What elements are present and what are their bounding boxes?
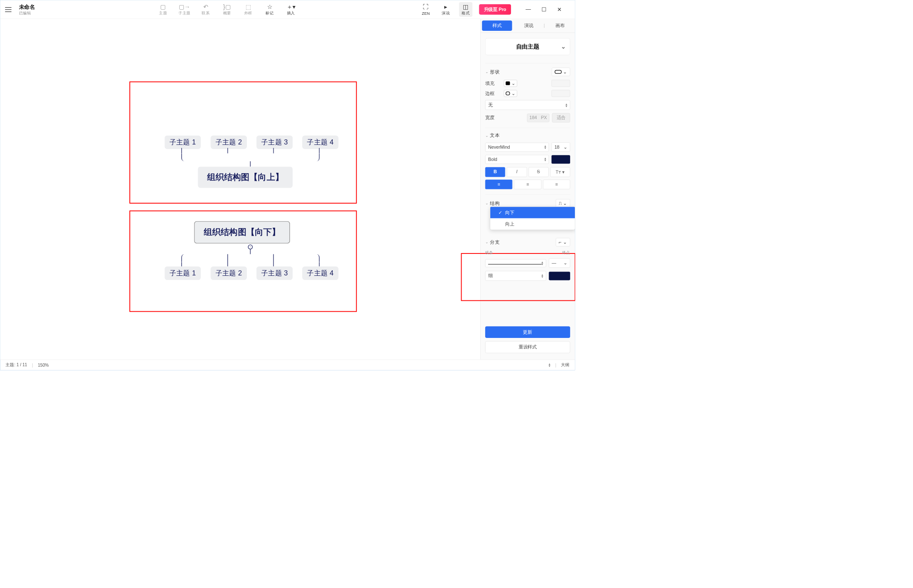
subtopic-node[interactable]: 子主题 3 <box>257 136 292 149</box>
border-color-swatch[interactable] <box>552 90 570 97</box>
play-icon: ▸ <box>444 3 447 11</box>
chevron-down-icon: ⌄ <box>485 133 489 138</box>
font-size-select[interactable]: 18⌄ <box>552 142 570 152</box>
tab-canvas[interactable]: 画布 <box>545 19 575 33</box>
text-color-swatch[interactable] <box>552 155 570 163</box>
line-end-select[interactable]: —⌄ <box>549 259 570 268</box>
subtopic-node[interactable]: 子主题 3 <box>257 267 292 280</box>
updown-icon: ▴▾ <box>541 261 543 265</box>
check-icon: ✓ <box>498 210 503 215</box>
subtopic-node[interactable]: 子主题 2 <box>210 267 246 280</box>
border-label: 边框 <box>485 90 501 96</box>
line-color-swatch[interactable] <box>549 272 570 280</box>
font-weight-select[interactable]: Bold▴▾ <box>485 155 549 164</box>
topic-icon: ▢ <box>160 3 166 11</box>
fit-button[interactable]: 适合 <box>552 113 570 122</box>
chevron-down-icon: ⌄ <box>563 239 567 245</box>
subtopic-node[interactable]: 子主题 4 <box>302 267 338 280</box>
update-button[interactable]: 更新 <box>485 326 570 338</box>
width-input[interactable]: 184PX <box>527 114 549 122</box>
main-toolbar: ▢主题 ▢→子主题 ↶联系 }▢概要 ⬚外框 ☆标记 ＋▾插入 <box>35 3 419 16</box>
font-family-select[interactable]: NeverMind▴▾ <box>485 142 549 151</box>
outline-button[interactable]: 大纲 <box>561 362 569 368</box>
shape-icon <box>555 70 561 74</box>
branch-style-select[interactable]: ⌐⌄ <box>556 238 570 246</box>
tool-marker[interactable]: ☆标记 <box>263 3 276 16</box>
hamburger-icon <box>5 7 11 12</box>
titlebar: 未命名 已编辑 ▢主题 ▢→子主题 ↶联系 }▢概要 ⬚外框 ☆标记 ＋▾插入 … <box>0 0 575 19</box>
bold-button[interactable]: B <box>485 167 505 177</box>
tool-subtopic[interactable]: ▢→子主题 <box>178 3 191 16</box>
document-status: 已编辑 <box>19 11 35 16</box>
star-icon: ☆ <box>267 3 273 11</box>
chevron-down-icon: ⌄ <box>485 70 489 74</box>
width-label: 宽度 <box>485 115 501 121</box>
section-text-title: 文本 <box>490 132 500 139</box>
updown-icon: ▴▾ <box>566 103 567 107</box>
fill-color-select[interactable]: ⌄ <box>504 80 517 87</box>
align-left-button[interactable]: ≡ <box>485 180 512 189</box>
main-topic-downward[interactable]: 组织结构图【向下】 <box>194 221 290 244</box>
branch-icon: ⌐ <box>559 240 562 245</box>
align-right-button[interactable]: ≡ <box>543 180 570 189</box>
zoom-stepper[interactable]: ▴▾ <box>549 363 550 367</box>
topic-type-select[interactable]: 自由主题 ⌄ <box>485 38 570 55</box>
shape-style-select[interactable]: ⌄ <box>552 68 570 76</box>
tool-boundary[interactable]: ⬚外框 <box>242 3 255 16</box>
format-icon: ◫ <box>463 3 468 11</box>
format-button[interactable]: ◫格式 <box>459 2 473 17</box>
chevron-down-icon: ⌄ <box>561 43 566 50</box>
main-topic-upward[interactable]: 组织结构图【向上】 <box>198 166 292 188</box>
align-center-button[interactable]: ≡ <box>514 180 541 189</box>
format-panel: 样式 演说 | 画布 自由主题 ⌄ ⌄形状 ⌄ 填充 ⌄ <box>480 19 575 359</box>
subtopic-node[interactable]: 子主题 1 <box>164 267 200 280</box>
line-style-select[interactable]: ▴▾ <box>485 259 546 267</box>
subtopic-node[interactable]: 子主题 2 <box>210 136 246 149</box>
topic-counter: 主题: 1 / 11 <box>5 362 27 368</box>
tool-summary[interactable]: }▢概要 <box>220 3 234 16</box>
line-label: 线条 <box>485 250 493 255</box>
upgrade-pro-button[interactable]: 升级至 Pro <box>479 4 511 15</box>
fill-color-swatch[interactable] <box>552 80 570 87</box>
text-case-button[interactable]: Tᴛ ▾ <box>550 167 570 177</box>
window-close[interactable]: ✕ <box>557 6 562 13</box>
dropdown-option-down[interactable]: ✓向下 <box>490 207 575 218</box>
updown-icon: ▴▾ <box>541 274 543 278</box>
strikethrough-button[interactable]: S <box>528 167 548 177</box>
present-button[interactable]: ▸演说 <box>439 3 453 16</box>
tool-relationship[interactable]: ↶联系 <box>199 3 213 16</box>
chevron-down-icon: ⌄ <box>563 69 567 75</box>
tab-style[interactable]: 样式 <box>482 21 512 31</box>
window-maximize[interactable]: ☐ <box>541 6 546 13</box>
section-shape-title: 形状 <box>490 69 500 75</box>
chevron-down-icon: ⌄ <box>511 91 515 96</box>
subtopic-node[interactable]: 子主题 4 <box>302 136 338 149</box>
tab-present[interactable]: 演说 <box>514 19 544 33</box>
chevron-down-icon: ⌄ <box>563 200 567 206</box>
line-thickness-select[interactable]: 细▴▾ <box>485 271 546 280</box>
reset-style-button[interactable]: 重设样式 <box>485 341 570 353</box>
chevron-down-icon: ⌄ <box>485 240 489 244</box>
updown-icon: ▴▾ <box>544 145 546 149</box>
border-style-select[interactable]: ⌄ <box>504 90 517 97</box>
line-style-select[interactable]: 无▴▾ <box>485 100 570 110</box>
canvas[interactable]: 子主题 1 子主题 2 子主题 3 子主题 4 组织结构图【向上】 组织结构图【… <box>0 19 480 359</box>
window-minimize[interactable]: — <box>526 6 531 13</box>
plus-icon: ＋▾ <box>287 3 295 11</box>
menu-button[interactable] <box>0 7 16 12</box>
dropdown-option-up[interactable]: 向上 <box>490 218 575 230</box>
boundary-icon: ⬚ <box>246 3 251 11</box>
subtopic-node[interactable]: 子主题 1 <box>164 136 200 149</box>
zoom-level[interactable]: 150% <box>38 362 49 367</box>
collapse-handle[interactable]: − <box>248 245 253 249</box>
zen-button[interactable]: ⛶ZEN <box>419 3 433 15</box>
section-branch-title: 分支 <box>490 239 500 245</box>
italic-button[interactable]: I <box>507 167 527 177</box>
fill-label: 填充 <box>485 80 501 86</box>
updown-icon: ▴▾ <box>544 157 546 161</box>
tool-insert[interactable]: ＋▾插入 <box>284 3 298 16</box>
org-chart-icon: ⎍ <box>559 201 562 206</box>
chevron-down-icon: ⌄ <box>563 144 567 150</box>
section-structure-title: 结构 <box>490 200 500 207</box>
tool-topic[interactable]: ▢主题 <box>156 3 170 16</box>
